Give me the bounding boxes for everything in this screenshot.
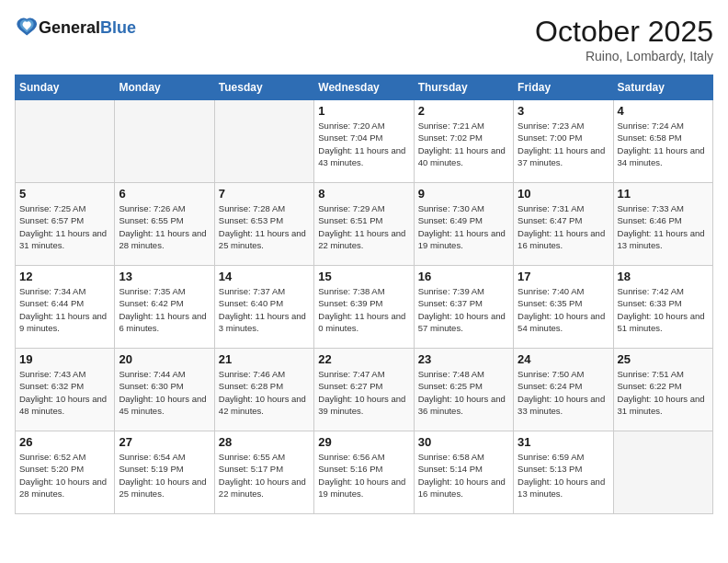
day-number: 14	[219, 270, 310, 283]
day-number: 13	[119, 270, 210, 283]
calendar-header-friday: Friday	[514, 75, 613, 100]
calendar-cell: 31Sunrise: 6:59 AMSunset: 5:13 PMDayligh…	[514, 431, 613, 514]
logo-icon	[17, 15, 39, 37]
day-number: 8	[318, 187, 409, 201]
day-info: Sunrise: 6:54 AMSunset: 5:19 PMDaylight:…	[119, 451, 210, 500]
calendar-cell: 3Sunrise: 7:23 AMSunset: 7:00 PMDaylight…	[514, 100, 613, 183]
calendar-cell: 2Sunrise: 7:21 AMSunset: 7:02 PMDaylight…	[414, 100, 513, 183]
day-number: 20	[119, 352, 210, 366]
day-number: 21	[219, 352, 310, 366]
day-number: 31	[518, 435, 609, 449]
calendar-cell	[214, 100, 313, 183]
calendar-cell: 1Sunrise: 7:20 AMSunset: 7:04 PMDaylight…	[314, 100, 414, 183]
calendar-cell: 16Sunrise: 7:39 AMSunset: 6:37 PMDayligh…	[414, 266, 513, 349]
calendar-header-row: SundayMondayTuesdayWednesdayThursdayFrid…	[16, 75, 713, 100]
day-number: 22	[318, 352, 409, 366]
calendar-header-thursday: Thursday	[414, 75, 513, 100]
day-number: 23	[418, 352, 509, 366]
day-info: Sunrise: 7:33 AMSunset: 6:46 PMDaylight:…	[618, 202, 709, 251]
day-number: 24	[518, 352, 609, 366]
day-info: Sunrise: 7:43 AMSunset: 6:32 PMDaylight:…	[19, 368, 110, 417]
calendar-cell: 14Sunrise: 7:37 AMSunset: 6:40 PMDayligh…	[214, 266, 313, 349]
day-number: 11	[618, 187, 709, 201]
day-info: Sunrise: 7:37 AMSunset: 6:40 PMDaylight:…	[219, 285, 310, 334]
calendar-cell: 15Sunrise: 7:38 AMSunset: 6:39 PMDayligh…	[314, 266, 414, 349]
calendar-cell: 12Sunrise: 7:34 AMSunset: 6:44 PMDayligh…	[16, 266, 115, 349]
calendar-week-row: 19Sunrise: 7:43 AMSunset: 6:32 PMDayligh…	[16, 349, 713, 431]
day-info: Sunrise: 7:25 AMSunset: 6:57 PMDaylight:…	[19, 202, 110, 251]
calendar-cell: 11Sunrise: 7:33 AMSunset: 6:46 PMDayligh…	[613, 183, 712, 266]
day-info: Sunrise: 7:34 AMSunset: 6:44 PMDaylight:…	[19, 285, 110, 334]
day-info: Sunrise: 6:52 AMSunset: 5:20 PMDaylight:…	[19, 451, 110, 500]
day-info: Sunrise: 7:23 AMSunset: 7:00 PMDaylight:…	[518, 120, 609, 168]
calendar-cell: 4Sunrise: 7:24 AMSunset: 6:58 PMDaylight…	[613, 100, 712, 183]
calendar-cell: 27Sunrise: 6:54 AMSunset: 5:19 PMDayligh…	[115, 431, 214, 514]
day-info: Sunrise: 7:24 AMSunset: 6:58 PMDaylight:…	[618, 120, 709, 168]
calendar-cell: 8Sunrise: 7:29 AMSunset: 6:51 PMDaylight…	[314, 183, 414, 266]
logo: GeneralBlue	[15, 15, 136, 40]
day-number: 5	[19, 187, 110, 201]
calendar-week-row: 1Sunrise: 7:20 AMSunset: 7:04 PMDaylight…	[16, 100, 713, 183]
day-number: 9	[418, 187, 509, 201]
calendar-cell: 6Sunrise: 7:26 AMSunset: 6:55 PMDaylight…	[115, 183, 214, 266]
day-info: Sunrise: 7:40 AMSunset: 6:35 PMDaylight:…	[518, 285, 609, 334]
calendar-cell	[613, 431, 712, 514]
day-info: Sunrise: 7:38 AMSunset: 6:39 PMDaylight:…	[318, 285, 409, 334]
day-info: Sunrise: 7:21 AMSunset: 7:02 PMDaylight:…	[418, 120, 509, 168]
day-number: 30	[418, 435, 509, 449]
day-number: 16	[418, 270, 509, 283]
calendar-cell: 17Sunrise: 7:40 AMSunset: 6:35 PMDayligh…	[514, 266, 613, 349]
day-number: 12	[19, 270, 110, 283]
day-number: 27	[119, 435, 210, 449]
day-number: 7	[219, 187, 310, 201]
day-info: Sunrise: 7:50 AMSunset: 6:24 PMDaylight:…	[518, 368, 609, 417]
day-info: Sunrise: 6:56 AMSunset: 5:16 PMDaylight:…	[318, 451, 409, 500]
day-info: Sunrise: 7:47 AMSunset: 6:27 PMDaylight:…	[318, 368, 409, 417]
day-info: Sunrise: 7:46 AMSunset: 6:28 PMDaylight:…	[219, 368, 310, 417]
day-info: Sunrise: 7:35 AMSunset: 6:42 PMDaylight:…	[119, 285, 210, 334]
day-info: Sunrise: 7:42 AMSunset: 6:33 PMDaylight:…	[618, 285, 709, 334]
page-header: GeneralBlue October 2025 Ruino, Lombardy…	[15, 15, 713, 63]
calendar-table: SundayMondayTuesdayWednesdayThursdayFrid…	[15, 75, 713, 514]
day-info: Sunrise: 6:55 AMSunset: 5:17 PMDaylight:…	[219, 451, 310, 500]
calendar-cell: 20Sunrise: 7:44 AMSunset: 6:30 PMDayligh…	[115, 349, 214, 431]
day-number: 29	[318, 435, 409, 449]
day-info: Sunrise: 7:44 AMSunset: 6:30 PMDaylight:…	[119, 368, 210, 417]
day-number: 4	[618, 104, 709, 118]
day-info: Sunrise: 7:26 AMSunset: 6:55 PMDaylight:…	[119, 202, 210, 251]
day-info: Sunrise: 7:48 AMSunset: 6:25 PMDaylight:…	[418, 368, 509, 417]
title-block: October 2025 Ruino, Lombardy, Italy	[535, 15, 713, 63]
day-number: 1	[318, 104, 409, 118]
calendar-cell: 19Sunrise: 7:43 AMSunset: 6:32 PMDayligh…	[16, 349, 115, 431]
calendar-cell	[16, 100, 115, 183]
calendar-cell: 24Sunrise: 7:50 AMSunset: 6:24 PMDayligh…	[514, 349, 613, 431]
calendar-cell: 22Sunrise: 7:47 AMSunset: 6:27 PMDayligh…	[314, 349, 414, 431]
calendar-cell: 13Sunrise: 7:35 AMSunset: 6:42 PMDayligh…	[115, 266, 214, 349]
calendar-cell: 10Sunrise: 7:31 AMSunset: 6:47 PMDayligh…	[514, 183, 613, 266]
calendar-header-saturday: Saturday	[613, 75, 712, 100]
calendar-cell: 23Sunrise: 7:48 AMSunset: 6:25 PMDayligh…	[414, 349, 513, 431]
day-info: Sunrise: 7:51 AMSunset: 6:22 PMDaylight:…	[618, 368, 709, 417]
calendar-cell: 7Sunrise: 7:28 AMSunset: 6:53 PMDaylight…	[214, 183, 313, 266]
day-info: Sunrise: 7:28 AMSunset: 6:53 PMDaylight:…	[219, 202, 310, 251]
day-info: Sunrise: 7:20 AMSunset: 7:04 PMDaylight:…	[318, 120, 409, 168]
day-number: 19	[19, 352, 110, 366]
calendar-cell: 18Sunrise: 7:42 AMSunset: 6:33 PMDayligh…	[613, 266, 712, 349]
calendar-cell: 26Sunrise: 6:52 AMSunset: 5:20 PMDayligh…	[16, 431, 115, 514]
day-number: 6	[119, 187, 210, 201]
location: Ruino, Lombardy, Italy	[535, 49, 713, 63]
calendar-cell: 21Sunrise: 7:46 AMSunset: 6:28 PMDayligh…	[214, 349, 313, 431]
calendar-cell: 25Sunrise: 7:51 AMSunset: 6:22 PMDayligh…	[613, 349, 712, 431]
logo-text: GeneralBlue	[39, 18, 136, 38]
day-number: 17	[518, 270, 609, 283]
calendar-week-row: 26Sunrise: 6:52 AMSunset: 5:20 PMDayligh…	[16, 431, 713, 514]
day-info: Sunrise: 6:59 AMSunset: 5:13 PMDaylight:…	[518, 451, 609, 500]
day-number: 10	[518, 187, 609, 201]
calendar-cell: 9Sunrise: 7:30 AMSunset: 6:49 PMDaylight…	[414, 183, 513, 266]
day-info: Sunrise: 7:29 AMSunset: 6:51 PMDaylight:…	[318, 202, 409, 251]
month-title: October 2025	[535, 15, 713, 49]
calendar-cell: 29Sunrise: 6:56 AMSunset: 5:16 PMDayligh…	[314, 431, 414, 514]
day-number: 18	[618, 270, 709, 283]
day-number: 3	[518, 104, 609, 118]
day-info: Sunrise: 6:58 AMSunset: 5:14 PMDaylight:…	[418, 451, 509, 500]
